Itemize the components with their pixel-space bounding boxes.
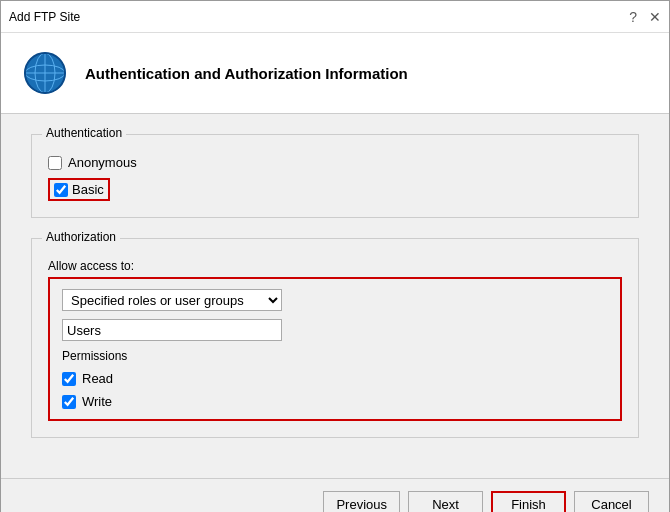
header-title: Authentication and Authorization Informa…	[85, 65, 408, 82]
authorization-section-label: Authorization	[42, 230, 120, 244]
access-type-dropdown[interactable]: All Users Anonymous users Specified role…	[62, 289, 282, 311]
basic-checkbox[interactable]	[54, 183, 68, 197]
read-checkbox[interactable]	[62, 372, 76, 386]
authentication-section: Authentication Anonymous Basic	[31, 134, 639, 218]
cancel-button[interactable]: Cancel	[574, 491, 649, 512]
title-bar-left: Add FTP Site	[9, 10, 80, 24]
anonymous-label[interactable]: Anonymous	[68, 155, 137, 170]
read-row: Read	[62, 371, 608, 386]
authentication-label: Authentication	[42, 126, 126, 140]
users-input[interactable]	[62, 319, 282, 341]
footer: Previous Next Finish Cancel	[1, 478, 669, 512]
write-checkbox[interactable]	[62, 395, 76, 409]
previous-button[interactable]: Previous	[323, 491, 400, 512]
allow-access-label: Allow access to:	[48, 259, 622, 273]
write-row: Write	[62, 394, 608, 409]
window-body: Authentication and Authorization Informa…	[1, 33, 669, 512]
globe-icon	[21, 49, 69, 97]
finish-button[interactable]: Finish	[491, 491, 566, 512]
header-section: Authentication and Authorization Informa…	[1, 33, 669, 114]
read-label[interactable]: Read	[82, 371, 113, 386]
authorization-section: Authorization Allow access to: All Users…	[31, 238, 639, 438]
basic-row: Basic	[48, 178, 622, 201]
basic-checkbox-highlight: Basic	[48, 178, 110, 201]
dropdown-row: All Users Anonymous users Specified role…	[62, 289, 608, 311]
title-bar: Add FTP Site ? ✕	[1, 1, 669, 33]
basic-label[interactable]: Basic	[72, 182, 104, 197]
anonymous-checkbox[interactable]	[48, 156, 62, 170]
help-button[interactable]: ?	[629, 9, 637, 25]
content-area: Authentication Anonymous Basic Authoriza…	[1, 114, 669, 478]
anonymous-row: Anonymous	[48, 155, 622, 170]
permissions-label: Permissions	[62, 349, 608, 363]
authorization-box: All Users Anonymous users Specified role…	[48, 277, 622, 421]
next-button[interactable]: Next	[408, 491, 483, 512]
close-button[interactable]: ✕	[649, 9, 661, 25]
title-bar-controls: ? ✕	[629, 9, 661, 25]
window-title: Add FTP Site	[9, 10, 80, 24]
write-label[interactable]: Write	[82, 394, 112, 409]
window: Add FTP Site ? ✕ Authentication and Aut	[0, 0, 670, 512]
